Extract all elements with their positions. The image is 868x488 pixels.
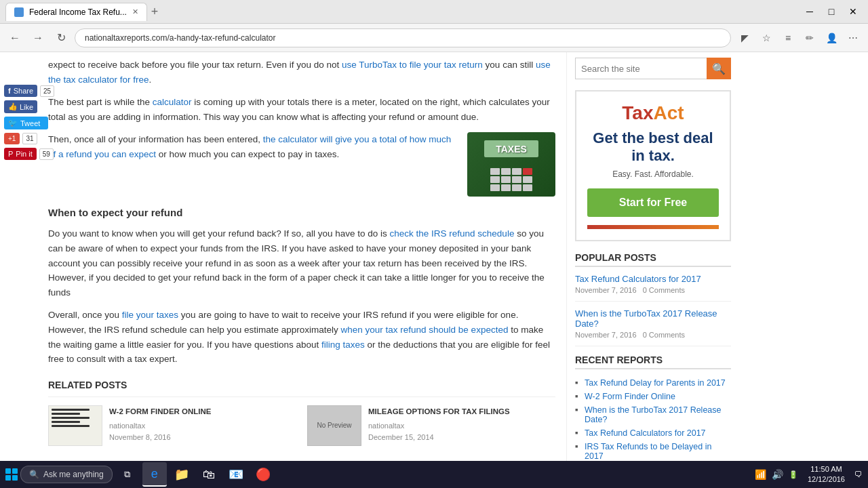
related-posts-section: RELATED POSTS W-2 FORM FINDER ONLINE nat… <box>48 378 555 446</box>
taxact-logo-tax: Tax <box>622 102 653 123</box>
mail-btn[interactable]: 📧 <box>224 462 248 487</box>
clock[interactable]: 11:50 AM 12/12/2016 <box>804 464 849 485</box>
facebook-share-btn[interactable]: f Share <box>4 85 37 97</box>
recent-post-3[interactable]: When is the TurboTax 2017 Release Date? <box>575 403 731 426</box>
edge-browser-btn[interactable]: e <box>142 462 167 487</box>
microphone-icon: 🔍 <box>29 470 39 479</box>
tab-title: Federal Income Tax Refu... <box>29 7 127 17</box>
calc-key <box>512 176 521 183</box>
related-post-1-info: W-2 FORM FINDER ONLINE nationaltax Novem… <box>109 405 296 446</box>
irs-refund-schedule-link[interactable]: check the IRS refund schedule <box>390 228 515 239</box>
w2-thumb-image <box>48 405 102 446</box>
calc-key <box>523 176 532 183</box>
file-explorer-btn[interactable]: 📁 <box>170 462 194 487</box>
pinterest-btn[interactable]: P Pin it <box>4 148 37 160</box>
pinterest-icon: P <box>8 150 13 158</box>
related-post-1-author: nationaltax <box>109 420 296 432</box>
calc-keys <box>490 168 532 191</box>
popular-post-2-title[interactable]: When is the TurboTax 2017 Release Date? <box>575 308 731 329</box>
related-post-2[interactable]: No Preview MILEAGE OPTIONS FOR TAX FILIN… <box>307 405 555 446</box>
filing-taxes-link[interactable]: filing taxes <box>321 340 365 350</box>
popular-post-2-meta: November 7, 2016 0 Comments <box>575 331 731 339</box>
calc-screen: TAXES <box>484 140 538 157</box>
refund-expected-link[interactable]: when your tax refund should be expected <box>341 325 509 335</box>
calc-key <box>490 168 500 175</box>
related-post-1[interactable]: W-2 FORM FINDER ONLINE nationaltax Novem… <box>48 405 296 446</box>
more-btn[interactable]: ⋯ <box>844 28 863 47</box>
article-paragraph-1: expect to receive back before you file y… <box>48 58 555 87</box>
article-with-image: Then, once all of your information has b… <box>48 132 555 197</box>
calc-key <box>523 184 532 191</box>
taxact-subtext: Easy. Fast. Affordable. <box>587 169 719 179</box>
settings-btn[interactable]: ≡ <box>778 28 797 47</box>
related-post-2-title[interactable]: MILEAGE OPTIONS FOR TAX FILINGS <box>368 405 555 418</box>
calc-key <box>501 168 511 175</box>
popular-post-1-title[interactable]: Tax Refund Calculators for 2017 <box>575 274 731 284</box>
clock-date: 12/12/2016 <box>808 474 845 485</box>
clock-time: 11:50 AM <box>808 464 845 474</box>
address-bar[interactable] <box>75 28 731 47</box>
taxact-cta-button[interactable]: Start for Free <box>587 188 719 217</box>
gplus-btn[interactable]: +1 <box>4 133 20 144</box>
related-post-1-title[interactable]: W-2 FORM FINDER ONLINE <box>109 405 296 418</box>
main-article: expect to receive back before you file y… <box>37 52 566 488</box>
gplus-icon: +1 <box>8 135 16 142</box>
search-box: 🔍 <box>575 58 731 79</box>
tab-close-btn[interactable]: ✕ <box>132 7 138 16</box>
taxact-advertisement: TaxAct Get the best deal in tax. Easy. F… <box>575 90 731 241</box>
close-window-btn[interactable]: ✕ <box>844 2 863 21</box>
related-posts-grid: W-2 FORM FINDER ONLINE nationaltax Novem… <box>48 405 555 446</box>
search-input[interactable] <box>575 58 707 79</box>
system-tray: 📶 🔊 🔋 11:50 AM 12/12/2016 🗨 <box>755 464 863 485</box>
facebook-like-btn[interactable]: 👍 Like <box>4 100 37 113</box>
refresh-btn[interactable]: ↻ <box>52 28 71 47</box>
search-button[interactable]: 🔍 <box>707 58 731 79</box>
forward-btn[interactable]: → <box>28 28 47 47</box>
store-btn[interactable]: 🛍 <box>197 462 221 487</box>
pinterest-count: 59 <box>39 148 54 160</box>
cortana-search[interactable]: 🔍 Ask me anything <box>20 466 113 483</box>
calculator-link[interactable]: calculator <box>153 97 192 107</box>
section-title: When to expect your refund <box>48 205 555 221</box>
recent-post-4[interactable]: Tax Refund Calculators for 2017 <box>575 426 731 440</box>
recent-post-2[interactable]: W-2 Form Finder Online <box>575 390 731 403</box>
unknown-app-btn[interactable]: 🔴 <box>251 462 275 487</box>
file-taxes-link[interactable]: file your taxes <box>122 310 178 320</box>
article-paragraph-2: The best part is while the calculator is… <box>48 95 555 124</box>
volume-icon[interactable]: 🔊 <box>772 469 783 480</box>
taxact-logo: TaxAct <box>587 102 719 124</box>
calc-key <box>512 184 521 191</box>
calc-key <box>490 184 500 191</box>
calc-key <box>490 176 500 183</box>
twitter-tweet-btn[interactable]: 🐦 Tweet <box>4 117 48 129</box>
network-icon[interactable]: 📶 <box>755 469 766 480</box>
recent-reports-title: RECENT REPORTS <box>575 354 731 369</box>
person-btn[interactable]: 👤 <box>822 28 841 47</box>
recent-post-5[interactable]: IRS Tax Refunds to be Delayed in 2017 <box>575 440 731 463</box>
search-icon: 🔍 <box>712 62 726 75</box>
article-paragraph-5: Overall, once you file your taxes you ar… <box>48 308 555 366</box>
thumbsup-icon: 👍 <box>8 102 18 111</box>
new-tab-btn[interactable]: + <box>147 5 163 19</box>
page-content: f Share 25 👍 Like 🐦 Tweet +1 31 <box>0 52 868 488</box>
tab-favicon <box>14 7 24 17</box>
browser-tab[interactable]: Federal Income Tax Refu... ✕ <box>5 3 147 21</box>
turbo-tax-link[interactable]: use TurboTax to file your tax return <box>342 60 483 70</box>
maximize-btn[interactable]: □ <box>822 2 841 21</box>
bookmark-btn[interactable]: ☆ <box>757 28 776 47</box>
popular-posts-title: POPULAR POSTS <box>575 252 731 267</box>
taskview-btn[interactable]: ⧉ <box>115 462 140 487</box>
related-post-2-info: MILEAGE OPTIONS FOR TAX FILINGS national… <box>368 405 555 446</box>
back-btn[interactable]: ← <box>5 28 24 47</box>
notification-btn[interactable]: 🗨 <box>854 470 863 479</box>
related-post-2-author: nationaltax <box>368 420 555 432</box>
twitter-icon: 🐦 <box>8 119 18 127</box>
edit-btn[interactable]: ✏ <box>800 28 819 47</box>
popular-post-1-meta: November 7, 2016 0 Comments <box>575 286 731 294</box>
recent-post-1[interactable]: Tax Refund Delay for Parents in 2017 <box>575 376 731 390</box>
calc-key <box>501 176 511 183</box>
minimize-btn[interactable]: ─ <box>800 2 819 21</box>
popular-posts-section: POPULAR POSTS Tax Refund Calculators for… <box>575 252 731 346</box>
reader-view-btn[interactable]: ◤ <box>735 28 754 47</box>
taxact-border <box>587 225 719 229</box>
